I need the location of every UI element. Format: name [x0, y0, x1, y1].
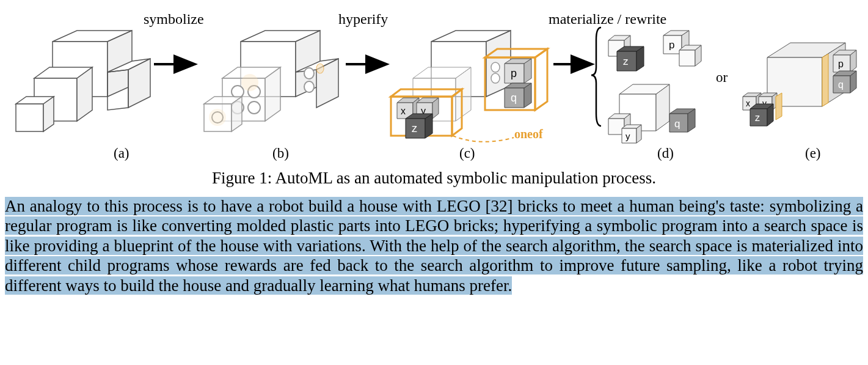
caption-lead: Figure 1: — [212, 169, 272, 187]
label-a: (a) — [114, 146, 129, 161]
svg-marker-11 — [16, 104, 43, 131]
svg-text:z: z — [412, 122, 417, 135]
svg-text:z: z — [623, 56, 629, 67]
svg-text:x: x — [401, 106, 406, 116]
svg-marker-93 — [636, 125, 641, 143]
svg-point-43 — [491, 73, 500, 83]
svg-text:y: y — [625, 131, 630, 141]
svg-point-21 — [316, 64, 324, 73]
svg-text:p: p — [838, 59, 844, 69]
figure-svg: p q x — [4, 6, 868, 147]
label-b: (b) — [272, 146, 289, 161]
svg-text:x: x — [746, 98, 750, 108]
svg-text:q: q — [838, 79, 844, 90]
label-oneof: oneof — [514, 127, 543, 141]
svg-marker-102 — [822, 54, 828, 106]
svg-point-20 — [304, 81, 314, 92]
svg-text:q: q — [674, 118, 680, 130]
svg-text:z: z — [755, 112, 760, 123]
svg-point-29 — [241, 74, 258, 91]
svg-point-42 — [491, 62, 500, 72]
svg-marker-41 — [535, 49, 547, 110]
label-c: (c) — [459, 146, 475, 161]
highlighted-text: An analogy to this process is to have a … — [5, 197, 863, 295]
label-or: or — [716, 70, 728, 86]
svg-point-34 — [209, 109, 226, 126]
svg-point-25 — [232, 86, 244, 98]
svg-text:p: p — [669, 39, 674, 51]
svg-marker-6 — [108, 70, 128, 110]
body-paragraph: An analogy to this process is to have a … — [4, 196, 864, 295]
svg-point-19 — [304, 68, 314, 79]
svg-text:p: p — [511, 67, 517, 79]
svg-marker-83 — [679, 50, 695, 66]
figure-caption: Figure 1: AutoML as an automated symboli… — [4, 169, 864, 188]
label-e: (e) — [805, 146, 821, 161]
svg-text:q: q — [511, 92, 517, 104]
caption-text: AutoML as an automated symbolic manipula… — [272, 169, 656, 187]
svg-point-28 — [248, 101, 260, 114]
label-d: (d) — [657, 146, 674, 161]
figure-1: symbolize hyperify materialize / rewrite — [4, 6, 864, 171]
svg-marker-123 — [776, 93, 782, 120]
